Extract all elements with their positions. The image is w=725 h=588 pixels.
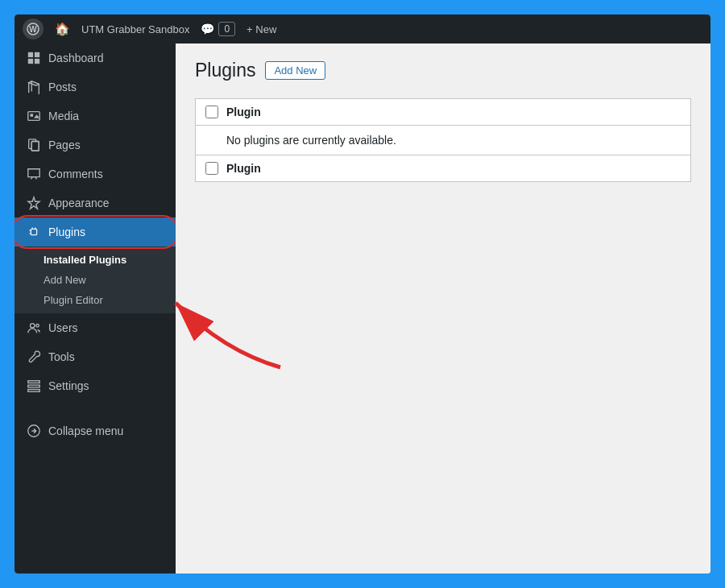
appearance-icon [26, 195, 42, 211]
svg-rect-3 [35, 52, 39, 57]
page-header: Plugins Add New [195, 60, 691, 82]
sidebar-item-plugins[interactable]: Plugins [14, 217, 176, 246]
svg-rect-14 [28, 381, 39, 383]
svg-rect-15 [28, 385, 39, 387]
main-layout: Dashboard Posts Media Page [14, 43, 710, 574]
wp-logo-icon[interactable]: W [23, 19, 44, 39]
sidebar-item-plugins-label: Plugins [48, 226, 85, 238]
plugin-table: Plugin No plugins are currently availabl… [195, 98, 691, 182]
add-new-button[interactable]: Add New [265, 61, 325, 80]
home-icon-bar[interactable]: 🏠 [55, 22, 70, 36]
sidebar: Dashboard Posts Media Page [14, 43, 176, 574]
svg-rect-16 [28, 390, 39, 392]
site-name-bar[interactable]: UTM Grabber Sandbox [81, 23, 189, 35]
sidebar-item-pages[interactable]: Pages [14, 130, 176, 159]
page-title: Plugins [195, 60, 255, 82]
select-all-checkbox-top[interactable] [205, 106, 218, 118]
sidebar-item-appearance[interactable]: Appearance [14, 188, 176, 217]
media-icon [26, 108, 42, 124]
plugin-table-footer: Plugin [196, 155, 690, 181]
submenu-add-new[interactable]: Add New [14, 270, 176, 290]
plugin-table-header: Plugin [196, 99, 690, 126]
submenu-plugin-editor[interactable]: Plugin Editor [14, 290, 176, 310]
main-content: Plugins Add New Plugin No plugins are cu… [176, 43, 710, 574]
settings-icon [26, 378, 42, 394]
svg-rect-5 [35, 59, 39, 64]
sidebar-item-settings-label: Settings [48, 379, 89, 392]
sidebar-item-posts[interactable]: Posts [14, 72, 176, 101]
collapse-icon [26, 423, 42, 439]
sidebar-item-pages-label: Pages [48, 139, 81, 151]
svg-point-12 [31, 324, 35, 328]
plugin-column-header-top: Plugin [226, 106, 261, 118]
tools-icon [26, 349, 42, 365]
select-all-checkbox-bottom[interactable] [205, 162, 218, 175]
sidebar-item-users-label: Users [48, 321, 78, 334]
plugins-submenu: Installed Plugins Add New Plugin Editor [14, 246, 176, 313]
posts-icon [26, 79, 42, 95]
submenu-installed-plugins[interactable]: Installed Plugins [14, 250, 176, 270]
comments-count: 0 [218, 22, 235, 36]
svg-point-13 [36, 325, 39, 328]
admin-bar: W 🏠 UTM Grabber Sandbox 💬 0 + New [14, 14, 710, 43]
sidebar-item-posts-label: Posts [48, 81, 77, 93]
sidebar-item-media[interactable]: Media [14, 101, 176, 130]
svg-rect-4 [28, 59, 33, 64]
svg-rect-11 [31, 229, 36, 234]
sidebar-item-appearance-label: Appearance [48, 197, 110, 209]
plugins-icon [26, 224, 42, 240]
svg-rect-2 [28, 52, 33, 57]
sidebar-item-settings[interactable]: Settings [14, 371, 176, 400]
sidebar-item-tools-label: Tools [48, 350, 75, 363]
svg-rect-7 [31, 114, 34, 117]
collapse-menu-button[interactable]: Collapse menu [14, 416, 176, 445]
plugin-column-header-bottom: Plugin [226, 162, 261, 175]
sidebar-item-comments-label: Comments [48, 168, 103, 180]
sidebar-item-media-label: Media [48, 110, 79, 122]
svg-rect-6 [28, 112, 39, 121]
comments-bar[interactable]: 💬 0 [201, 22, 235, 36]
sidebar-item-tools[interactable]: Tools [14, 342, 176, 371]
svg-rect-9 [31, 142, 39, 151]
sidebar-item-users[interactable]: Users [14, 313, 176, 342]
dashboard-icon [26, 50, 42, 66]
sidebar-item-dashboard[interactable]: Dashboard [14, 43, 176, 72]
svg-text:W: W [29, 25, 37, 34]
collapse-menu-label: Collapse menu [48, 424, 123, 437]
pages-icon [26, 137, 42, 153]
plugin-empty-message: No plugins are currently available. [196, 126, 690, 155]
sidebar-item-comments[interactable]: Comments [14, 159, 176, 188]
sidebar-item-dashboard-label: Dashboard [48, 52, 104, 64]
users-icon [26, 320, 42, 336]
comments-icon [26, 166, 42, 182]
new-button-bar[interactable]: + New [246, 23, 276, 35]
